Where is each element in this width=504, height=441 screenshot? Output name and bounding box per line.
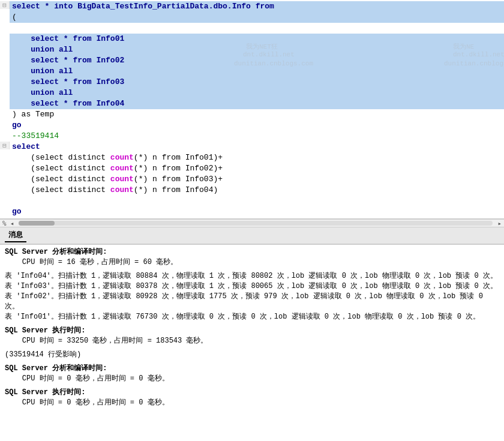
horizontal-scrollbar[interactable]: % ◂ ▸ xyxy=(0,219,504,227)
code-line: select * from Info01 xyxy=(0,34,504,44)
line-content: (select distinct count(*) n from Info01)… xyxy=(10,152,504,163)
scrollbar-track[interactable] xyxy=(19,221,493,226)
tab-messages[interactable]: 消息 xyxy=(5,229,26,242)
code-line: ( xyxy=(0,12,504,23)
code-line: go xyxy=(0,206,504,217)
code-line: (select distinct count(*) n from Info01)… xyxy=(0,152,504,163)
message-header: SQL Server 分析和编译时间: xyxy=(5,364,499,374)
line-content: union all xyxy=(10,88,504,98)
code-line: (select distinct count(*) n from Info02)… xyxy=(0,163,504,174)
code-line: (select distinct count(*) n from Info04) xyxy=(0,185,504,196)
line-content: --33519414 xyxy=(10,131,504,142)
line-content: select * into BigData_TestInfo_PartialDa… xyxy=(10,1,504,12)
message-line: (33519414 行受影响) xyxy=(5,350,499,360)
messages-tab-bar: 消息 xyxy=(0,227,504,244)
message-line: 表 'Info02'。扫描计数 1，逻辑读取 80928 次，物理读取 1775… xyxy=(5,292,499,312)
code-line: (select distinct count(*) n from Info03)… xyxy=(0,174,504,185)
code-line: select * from Info04 xyxy=(0,98,504,109)
code-line: select * from Info02 xyxy=(0,55,504,66)
message-line: 表 'Info04'。扫描计数 1，逻辑读取 80884 次，物理读取 1 次，… xyxy=(5,271,499,281)
messages-panel[interactable]: SQL Server 分析和编译时间: CPU 时间 = 16 毫秒，占用时间 … xyxy=(0,244,504,441)
code-token: select * into BigData_TestInfo_PartialDa… xyxy=(12,2,274,11)
code-line: --33519414 xyxy=(0,131,504,142)
code-token: go xyxy=(12,121,22,130)
code-token: (select distinct xyxy=(12,175,110,184)
code-token: count xyxy=(110,185,134,194)
line-content xyxy=(10,196,504,206)
code-token: (*) n from Info04) xyxy=(134,185,218,194)
message-section: SQL Server 分析和编译时间: CPU 时间 = 0 毫秒，占用时间 =… xyxy=(5,364,499,384)
gutter-marker[interactable]: ⊟ xyxy=(0,1,10,9)
code-line xyxy=(0,23,504,34)
code-token: select * from Info04 xyxy=(12,99,124,108)
line-content: select * from Info02 xyxy=(10,55,504,66)
code-line: select * from Info03 xyxy=(0,77,504,88)
code-token: select * from Info02 xyxy=(12,56,124,65)
code-token: ) as Temp xyxy=(12,110,54,119)
code-line: union all xyxy=(0,66,504,77)
message-line: CPU 时间 = 16 毫秒，占用时间 = 60 毫秒。 xyxy=(5,257,499,268)
code-token: union all xyxy=(12,67,73,76)
code-token: (*) n from Info02)+ xyxy=(134,164,223,173)
code-token: (select distinct xyxy=(12,153,110,162)
message-line: CPU 时间 = 0 毫秒，占用时间 = 0 毫秒。 xyxy=(5,398,499,408)
message-line: 表 'Info03'。扫描计数 1，逻辑读取 80378 次，物理读取 1 次，… xyxy=(5,281,499,292)
line-content: ) as Temp xyxy=(10,109,504,120)
scroll-arrow-left[interactable]: ◂ xyxy=(10,220,14,227)
message-line: CPU 时间 = 0 毫秒，占用时间 = 0 毫秒。 xyxy=(5,374,499,384)
line-content: (select distinct count(*) n from Info04) xyxy=(10,185,504,196)
message-section: SQL Server 执行时间: CPU 时间 = 33250 毫秒，占用时间 … xyxy=(5,326,499,346)
message-line: 表 'Info01'。扫描计数 1，逻辑读取 76730 次，物理读取 0 次，… xyxy=(5,312,499,322)
code-line xyxy=(0,196,504,206)
scroll-percent: % xyxy=(2,220,7,227)
gutter-marker[interactable]: ⊟ xyxy=(0,142,10,149)
code-token: ( xyxy=(12,13,17,22)
scrollbar-thumb[interactable] xyxy=(19,221,55,226)
code-line: ) as Temp xyxy=(0,109,504,120)
line-content: go xyxy=(10,120,504,131)
scroll-arrow-right[interactable]: ▸ xyxy=(497,220,502,227)
message-line: CPU 时间 = 33250 毫秒，占用时间 = 183543 毫秒。 xyxy=(5,336,499,346)
code-token: (select distinct xyxy=(12,185,110,194)
code-token: select * from Info01 xyxy=(12,34,124,43)
message-section: (33519414 行受影响) xyxy=(5,350,499,360)
line-content: (select distinct count(*) n from Info02)… xyxy=(10,163,504,174)
line-content: select * from Info04 xyxy=(10,98,504,109)
code-line: ⊟select xyxy=(0,142,504,152)
code-token: select * from Info03 xyxy=(12,77,124,86)
message-section: 表 'Info04'。扫描计数 1，逻辑读取 80884 次，物理读取 1 次，… xyxy=(5,271,499,322)
message-section: SQL Server 分析和编译时间: CPU 时间 = 16 毫秒，占用时间 … xyxy=(5,247,499,268)
code-line: union all xyxy=(0,88,504,98)
line-content: select xyxy=(10,142,504,152)
code-token: (*) n from Info01)+ xyxy=(134,153,223,162)
line-content xyxy=(10,23,504,34)
code-token: --33519414 xyxy=(12,131,59,140)
message-header: SQL Server 执行时间: xyxy=(5,326,499,336)
code-token: count xyxy=(110,153,134,162)
message-section: SQL Server 执行时间: CPU 时间 = 0 毫秒，占用时间 = 0 … xyxy=(5,388,499,408)
code-token: count xyxy=(110,175,134,184)
code-line: ⊟select * into BigData_TestInfo_PartialD… xyxy=(0,1,504,12)
code-token: count xyxy=(110,164,134,173)
code-line: union all xyxy=(0,44,504,55)
code-token: (select distinct xyxy=(12,164,110,173)
code-token: union all xyxy=(12,88,73,97)
message-header: SQL Server 分析和编译时间: xyxy=(5,247,499,257)
code-token: go xyxy=(12,207,22,216)
line-content: select * from Info01 xyxy=(10,34,504,44)
line-content: select * from Info03 xyxy=(10,77,504,88)
code-token: union all xyxy=(12,45,73,54)
code-token: select xyxy=(12,142,40,151)
line-content: (select distinct count(*) n from Info03)… xyxy=(10,174,504,185)
code-line: go xyxy=(0,120,504,131)
line-content: union all xyxy=(10,66,504,77)
line-content: union all xyxy=(10,44,504,55)
code-token: (*) n from Info03)+ xyxy=(134,175,223,184)
line-content: ( xyxy=(10,12,504,23)
message-header: SQL Server 执行时间: xyxy=(5,388,499,398)
line-content: go xyxy=(10,206,504,217)
code-editor[interactable]: ⊟select * into BigData_TestInfo_PartialD… xyxy=(0,0,504,219)
